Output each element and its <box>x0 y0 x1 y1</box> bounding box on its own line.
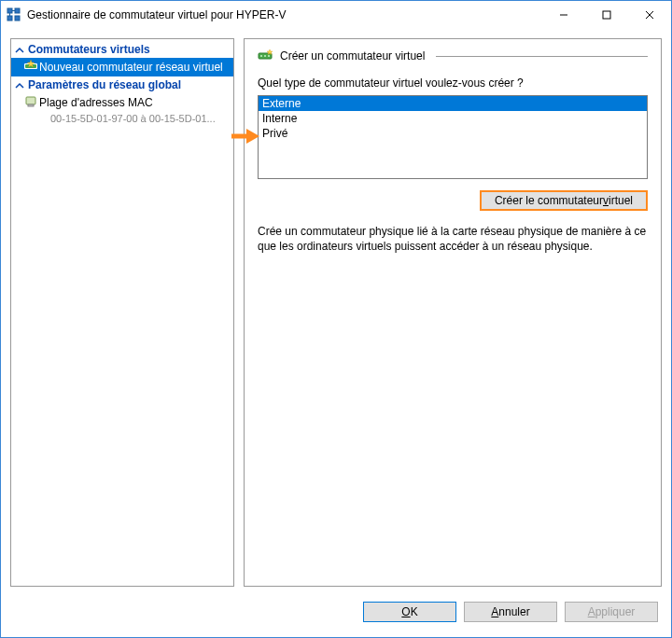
title-separator <box>436 56 648 57</box>
option-private[interactable]: Privé <box>259 126 647 141</box>
left-tree-pane: Commutateurs virtuels Nouveau commutateu… <box>10 38 234 587</box>
tree-section-virtual-switches[interactable]: Commutateurs virtuels <box>11 41 233 58</box>
create-button-row: Créer le commutateur virtuel <box>258 190 648 211</box>
button-access-key: O <box>401 605 410 618</box>
svg-rect-3 <box>15 16 20 21</box>
type-description: Crée un commutateur physique lié à la ca… <box>258 224 648 254</box>
svg-rect-2 <box>7 16 12 21</box>
tree-item-mac-range-value: 00-15-5D-01-97-00 à 00-15-5D-01... <box>11 112 233 125</box>
svg-point-18 <box>260 55 262 57</box>
right-detail-pane: Créer un commutateur virtuel Quel type d… <box>244 38 662 587</box>
switch-icon <box>258 49 273 63</box>
dialog-footer: OK Annuler Appliquer <box>1 596 671 637</box>
section-label: Paramètres du réseau global <box>28 78 181 91</box>
app-icon <box>7 7 21 22</box>
tree-item-new-virtual-switch[interactable]: Nouveau commutateur réseau virtuel <box>11 58 233 76</box>
dialog-window: Gestionnaire de commutateur virtuel pour… <box>0 0 672 638</box>
button-label-post: ppliquer <box>595 605 636 618</box>
window-controls <box>542 1 671 29</box>
close-button[interactable] <box>628 1 671 29</box>
tree-item-mac-range[interactable]: Plage d'adresses MAC <box>11 93 233 112</box>
svg-rect-13 <box>26 97 35 104</box>
button-label-pre: Créer le commutateur <box>495 194 603 207</box>
content-area: Commutateurs virtuels Nouveau commutateu… <box>1 29 671 596</box>
tree-item-label: Nouveau commutateur réseau virtuel <box>39 61 223 74</box>
minimize-button[interactable] <box>542 1 585 29</box>
button-access-key: A <box>588 605 595 618</box>
ok-button[interactable]: OK <box>363 602 456 622</box>
tree-item-label: Plage d'adresses MAC <box>39 96 153 109</box>
button-access-key: A <box>491 605 498 618</box>
titlebar: Gestionnaire de commutateur virtuel pour… <box>1 1 671 29</box>
option-external[interactable]: Externe <box>259 96 647 111</box>
maximize-button[interactable] <box>585 1 628 29</box>
window-title: Gestionnaire de commutateur virtuel pour… <box>27 8 542 21</box>
nic-icon <box>24 95 37 108</box>
tree-section-global-network[interactable]: Paramètres du réseau global <box>11 76 233 93</box>
panel-title: Créer un commutateur virtuel <box>280 49 425 62</box>
button-label-post: irtuel <box>609 194 633 207</box>
svg-point-19 <box>264 55 266 57</box>
switch-type-listbox[interactable]: Externe Interne Privé <box>258 95 648 179</box>
button-label-post: nnuler <box>498 605 529 618</box>
create-virtual-switch-button[interactable]: Créer le commutateur virtuel <box>480 190 648 211</box>
svg-rect-7 <box>603 11 610 19</box>
svg-rect-14 <box>28 104 34 106</box>
chevron-up-icon <box>15 45 24 54</box>
apply-button: Appliquer <box>565 602 658 622</box>
panel-title-row: Créer un commutateur virtuel <box>258 49 648 63</box>
type-prompt: Quel type de commutateur virtuel voulez-… <box>258 76 648 90</box>
svg-rect-1 <box>15 8 20 13</box>
section-label: Commutateurs virtuels <box>28 43 150 56</box>
button-label-post: K <box>411 605 418 618</box>
cancel-button[interactable]: Annuler <box>464 602 557 622</box>
annotation-arrow-icon <box>231 128 259 147</box>
chevron-up-icon <box>15 80 24 90</box>
svg-point-20 <box>268 55 270 57</box>
svg-rect-0 <box>7 8 12 13</box>
option-internal[interactable]: Interne <box>259 111 647 126</box>
new-switch-icon <box>24 60 37 73</box>
